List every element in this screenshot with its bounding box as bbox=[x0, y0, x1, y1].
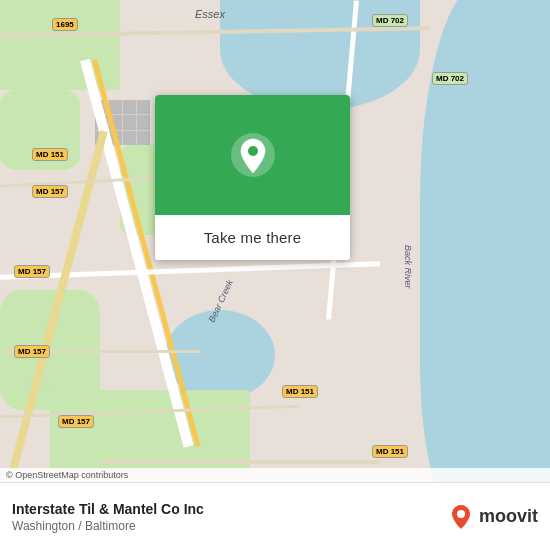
location-pin-icon bbox=[229, 131, 277, 179]
app: Essex Back River Bear Creek 1695 MD 702 … bbox=[0, 0, 550, 550]
road-sm4 bbox=[100, 460, 380, 464]
badge-md151c: MD 151 bbox=[372, 445, 408, 458]
svg-point-2 bbox=[457, 510, 465, 518]
popup-green-area bbox=[155, 95, 350, 215]
badge-md157d: MD 157 bbox=[58, 415, 94, 428]
attribution-text: © OpenStreetMap contributors bbox=[6, 470, 128, 480]
moovit-pin-icon bbox=[447, 503, 475, 531]
moovit-brand-text: moovit bbox=[479, 506, 538, 527]
popup-card: Take me there bbox=[155, 95, 350, 260]
badge-md151b: MD 151 bbox=[282, 385, 318, 398]
badge-md702b: MD 702 bbox=[432, 72, 468, 85]
bottom-bar: Interstate Til & Mantel Co Inc Washingto… bbox=[0, 482, 550, 550]
badge-1695: 1695 bbox=[52, 18, 78, 31]
badge-md157a: MD 157 bbox=[32, 185, 68, 198]
badge-md157c: MD 157 bbox=[14, 345, 50, 358]
destination-info: Interstate Til & Mantel Co Inc Washingto… bbox=[12, 501, 204, 533]
svg-point-1 bbox=[248, 146, 258, 156]
destination-name: Interstate Til & Mantel Co Inc bbox=[12, 501, 204, 517]
green-upper-left bbox=[0, 0, 120, 90]
destination-location: Washington / Baltimore bbox=[12, 519, 204, 533]
take-me-there-button[interactable]: Take me there bbox=[155, 215, 350, 260]
map-area[interactable]: Essex Back River Bear Creek 1695 MD 702 … bbox=[0, 0, 550, 482]
moovit-logo: moovit bbox=[447, 503, 538, 531]
green-bottom bbox=[50, 390, 250, 470]
badge-md151a: MD 151 bbox=[32, 148, 68, 161]
attribution-bar: © OpenStreetMap contributors bbox=[0, 468, 550, 482]
badge-md702a: MD 702 bbox=[372, 14, 408, 27]
badge-md157b: MD 157 bbox=[14, 265, 50, 278]
